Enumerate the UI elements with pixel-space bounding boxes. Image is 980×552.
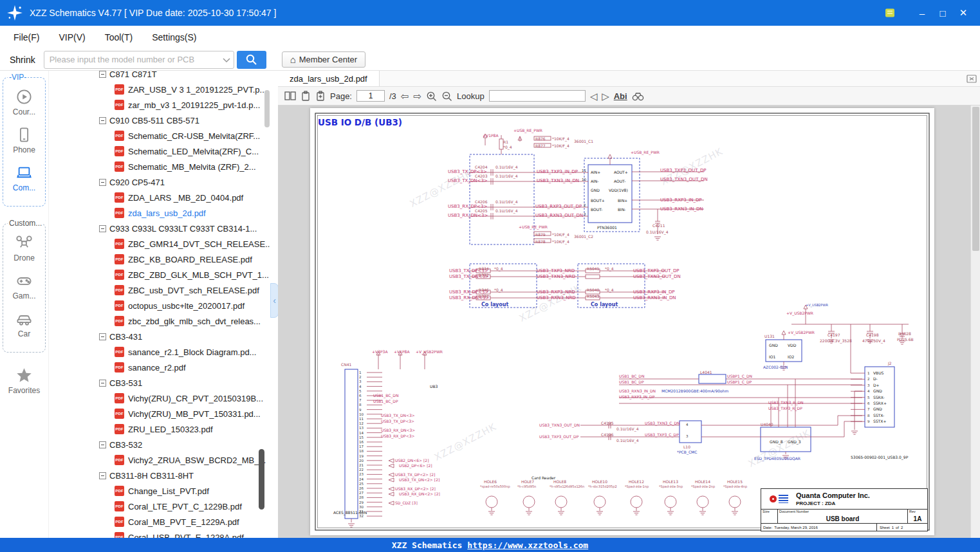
tree-file[interactable]: PDFChange_List_PVT.pdf <box>49 483 270 499</box>
license-icon[interactable] <box>880 4 900 22</box>
match-case-button[interactable]: Abi <box>614 91 627 101</box>
tree-file[interactable]: PDFZAR_USB_V 3 1_20191225_PVT.p... <box>49 82 270 97</box>
tree-folder[interactable]: C933 C933L C933LT C933T CB314-1... <box>49 221 270 236</box>
tree-file[interactable]: PDFCoral_MB_PVT_E_1229A.pdf <box>49 514 270 529</box>
find-next-icon[interactable]: ▷ <box>602 91 609 101</box>
collapse-node-icon[interactable] <box>99 179 106 186</box>
collapse-node-icon[interactable] <box>99 225 106 232</box>
sidebar-item-favorites[interactable]: Favorites <box>0 367 48 395</box>
sidebar-item-drone[interactable]: Drone <box>3 234 45 262</box>
tree-file[interactable]: PDFVichy(ZRU)_MB_PVT_150331.pd... <box>49 406 270 421</box>
maximize-button[interactable]: □ <box>932 4 953 22</box>
tree-folder[interactable]: CB3-532 <box>49 437 270 452</box>
schematic-label: U4040 <box>761 423 773 427</box>
collapse-node-icon[interactable] <box>99 380 106 387</box>
app-logo-icon <box>6 5 23 21</box>
find-previous-icon[interactable]: ◁ <box>590 91 598 101</box>
tree-file[interactable]: PDFzbc_zbd_glk_mlb_sch_dvt_releas... <box>49 313 270 329</box>
menu-file[interactable]: File(F) <box>4 32 49 42</box>
zoom-out-icon[interactable] <box>441 91 452 102</box>
tree-scrollbar-thumb[interactable] <box>264 90 270 127</box>
shrink-button[interactable]: Shrink <box>4 51 41 68</box>
tree-file[interactable]: PDFzda_lars_usb_2d.pdf <box>49 205 270 221</box>
menu-settings[interactable]: Settings(S) <box>142 32 206 42</box>
tree-label: ZBC_GMR14_DVT_SCH_RELEASE... <box>128 239 270 249</box>
schematic-label: +V_USB2PWR <box>416 350 443 354</box>
sidebar-item-car[interactable]: Car <box>3 310 45 338</box>
tree-file[interactable]: PDFZBC_KB_BOARD_RELEASE.pdf <box>49 252 270 267</box>
menu-tool[interactable]: Tool(T) <box>95 32 143 42</box>
schematic-label: AOUT+ <box>614 170 628 174</box>
minimize-button[interactable]: – <box>912 4 932 22</box>
page-forward-icon[interactable]: ⇨ <box>413 91 421 101</box>
copy-page-icon[interactable] <box>300 91 311 102</box>
menu-vip[interactable]: VIP(V) <box>49 32 95 42</box>
tree-label: C933 C933L C933LT C933T CB314-1... <box>109 224 257 234</box>
laptop-icon <box>15 164 33 181</box>
collapse-node-icon[interactable] <box>99 441 106 448</box>
tree-folder[interactable]: C910 CB5-511 CB5-571 <box>49 113 270 128</box>
schematic-label: HOLE7 <box>521 480 534 484</box>
tree-file[interactable]: PDFCoral_USB_PVT_E_1228A.pdf <box>49 529 270 538</box>
tree-label: Vichy(ZRU)_CR_PVT_20150319B... <box>128 394 263 403</box>
copy-page-alt-icon[interactable] <box>315 91 326 102</box>
page-number-input[interactable] <box>356 90 385 102</box>
tree-file[interactable]: PDFZDA_LARS _MB_2D_0404.pdf <box>49 190 270 205</box>
tree-label: ZRU_LED_150323.pdf <box>128 425 213 434</box>
tree-file[interactable]: PDFVichy2_ZRUA_BSW_BCRD2_MB_... <box>49 452 270 468</box>
custom-group-label: Custom... <box>8 219 43 228</box>
sidebar-item-course[interactable]: Cour... <box>3 88 45 116</box>
pdf-file-icon: PDF <box>115 131 124 141</box>
tree-label: Vichy(ZRU)_MB_PVT_150331.pd... <box>128 409 261 419</box>
tree-folder[interactable]: CB3-431 <box>49 329 270 344</box>
collapse-node-icon[interactable] <box>99 71 106 78</box>
close-all-tabs-icon[interactable] <box>963 75 980 83</box>
tree-file[interactable]: PDFsanance_r2.1_Block Diagram.pd... <box>49 344 270 360</box>
tree-file[interactable]: PDFsanance_r2.pdf <box>49 360 270 375</box>
tree-file[interactable]: PDFoctopus_usbc+lte_2020017.pdf <box>49 298 270 313</box>
tree-file[interactable]: PDFCoral_LTE_PVT_C_1229B.pdf <box>49 499 270 514</box>
schematic-label: HOLE15 <box>727 480 743 484</box>
tree-file[interactable]: PDFzar_mb_v3 1_20191225_pvt-1d.p... <box>49 97 270 113</box>
sidebar-item-computer[interactable]: Com... <box>3 164 45 192</box>
tree-file[interactable]: PDFVichy(ZRU)_CR_PVT_20150319B... <box>49 391 270 406</box>
tree-folder[interactable]: CB3-531 <box>49 375 270 391</box>
menu-bar: File(F) VIP(V) Tool(T) Settings(S) <box>0 26 980 49</box>
page-back-icon[interactable]: ⇦ <box>401 91 409 101</box>
tree-folder[interactable]: CB311-8H CB311-8HT <box>49 468 270 483</box>
zoom-in-icon[interactable] <box>426 91 437 102</box>
schematic-label: USBP1_C_DP <box>727 380 752 384</box>
tree-label: ZAR_USB_V 3 1_20191225_PVT.p... <box>128 85 266 95</box>
document-scrollbar-thumb[interactable] <box>972 107 979 251</box>
schematic-label: USB1_BC_DP <box>619 380 644 384</box>
tree-file[interactable]: PDFSchematic_MB_Melvita (ZRF)_2... <box>49 159 270 174</box>
close-button[interactable]: ✕ <box>953 4 974 22</box>
tree-file[interactable]: PDFZBC_usb_DVT_sch_RELEASE.pdf <box>49 282 270 298</box>
sidebar-item-game[interactable]: Gam... <box>3 272 45 300</box>
collapse-node-icon[interactable] <box>99 117 106 124</box>
tree-file[interactable]: PDFZBC_GMR14_DVT_SCH_RELEASE... <box>49 236 270 252</box>
tree-file[interactable]: PDFZRU_LED_150323.pdf <box>49 421 270 437</box>
collapse-node-icon[interactable] <box>99 472 106 479</box>
member-center-button[interactable]: ⌂ Member Center <box>282 51 365 68</box>
two-page-view-icon[interactable] <box>284 91 296 101</box>
search-button[interactable] <box>237 51 266 69</box>
schematic-label: AIN+ <box>591 170 600 174</box>
binoculars-search-icon[interactable] <box>632 91 644 101</box>
tree-file[interactable]: PDFSchematic_CR-USB_Melvita(ZRF... <box>49 128 270 143</box>
tree-file[interactable]: PDFSchematic_LED_Melvita(ZRF)_C... <box>49 143 270 159</box>
tree-folder[interactable]: C871 C871T <box>49 71 270 82</box>
chevron-down-icon[interactable] <box>222 54 234 66</box>
schematic-label: +V1P8A <box>394 350 410 354</box>
tree-file[interactable]: PDFZBC_ZBD_GLK_MLB_SCH_PVT_1... <box>49 267 270 282</box>
tree-overlay-scrollbar-thumb[interactable] <box>259 449 264 510</box>
tree-folder[interactable]: C920 CP5-471 <box>49 174 270 190</box>
tab-active[interactable]: zda_lars_usb_2d.pdf <box>278 71 380 86</box>
tree-label: Schematic_LED_Melvita(ZRF)_C... <box>128 147 259 156</box>
collapse-node-icon[interactable] <box>99 333 106 340</box>
sidebar-item-phone[interactable]: Phone <box>3 126 45 154</box>
pdf-canvas[interactable]: 1234567891011121314151617181920212223242… <box>278 106 980 538</box>
schematic-label: C4203 <box>475 174 487 178</box>
model-search-input[interactable] <box>44 55 222 64</box>
lookup-input[interactable] <box>489 90 586 102</box>
